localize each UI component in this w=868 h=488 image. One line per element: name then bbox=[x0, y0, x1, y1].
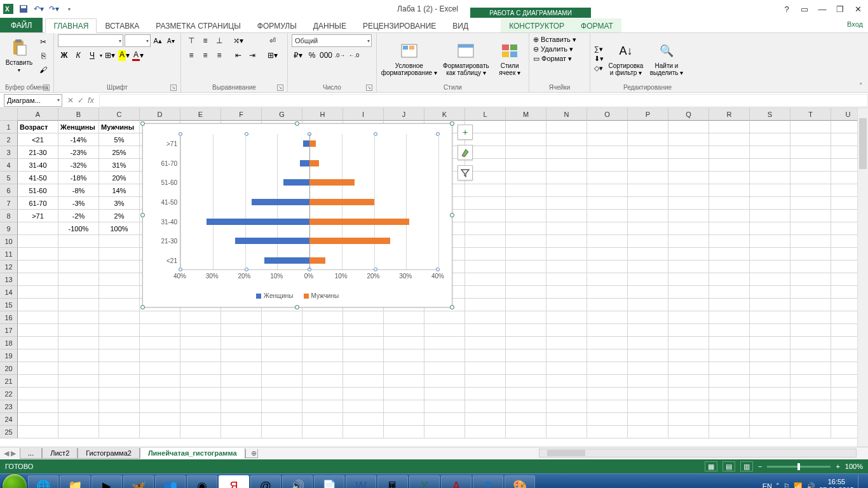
task-sound-icon[interactable]: 🔊 bbox=[282, 475, 313, 488]
cell[interactable] bbox=[546, 235, 587, 248]
find-select-button[interactable]: 🔍 Найти и выделить ▾ bbox=[648, 37, 685, 79]
cell[interactable] bbox=[465, 388, 506, 400]
cell[interactable] bbox=[668, 311, 709, 324]
cell[interactable] bbox=[302, 337, 343, 349]
cell[interactable] bbox=[628, 388, 668, 400]
row-header[interactable]: 22 bbox=[0, 388, 18, 400]
cell[interactable] bbox=[384, 413, 424, 426]
row-header[interactable]: 3 bbox=[0, 146, 18, 159]
plot-handle[interactable] bbox=[436, 268, 440, 271]
cell[interactable] bbox=[384, 426, 424, 438]
cell[interactable] bbox=[587, 311, 628, 324]
cell-styles-button[interactable]: Стили ячеек ▾ bbox=[494, 37, 525, 79]
cell[interactable] bbox=[750, 286, 790, 299]
redo-icon[interactable]: ↷▾ bbox=[48, 3, 60, 15]
cell[interactable] bbox=[262, 324, 302, 337]
cell[interactable] bbox=[750, 210, 790, 222]
cell[interactable] bbox=[628, 184, 668, 197]
cut-icon[interactable]: ✂ bbox=[37, 36, 50, 48]
cell[interactable] bbox=[302, 324, 343, 337]
cell[interactable] bbox=[465, 413, 506, 426]
resize-handle[interactable] bbox=[140, 121, 145, 126]
cell[interactable] bbox=[628, 222, 668, 235]
task-yandex-icon[interactable]: Я bbox=[219, 475, 249, 488]
cell[interactable] bbox=[709, 146, 750, 159]
cell[interactable] bbox=[587, 159, 628, 172]
cell[interactable] bbox=[140, 362, 180, 375]
bar-female[interactable] bbox=[300, 160, 309, 166]
cell[interactable]: -2% bbox=[58, 210, 99, 222]
cell[interactable] bbox=[506, 375, 546, 388]
cell[interactable] bbox=[628, 146, 668, 159]
cell[interactable] bbox=[221, 388, 262, 400]
tab-data[interactable]: ДАННЫЕ bbox=[305, 18, 355, 32]
cell[interactable] bbox=[546, 197, 587, 210]
cell[interactable] bbox=[587, 375, 628, 388]
cell[interactable] bbox=[546, 426, 587, 438]
format-as-table-button[interactable]: Форматировать как таблицу ▾ bbox=[440, 37, 492, 79]
cell[interactable] bbox=[587, 426, 628, 438]
cell[interactable] bbox=[180, 426, 221, 438]
row-header[interactable]: 15 bbox=[0, 299, 18, 311]
cell[interactable] bbox=[58, 324, 99, 337]
cell[interactable] bbox=[18, 337, 58, 349]
autosum-icon[interactable]: ∑▾ bbox=[594, 45, 604, 53]
cell[interactable] bbox=[628, 413, 668, 426]
cell[interactable] bbox=[790, 362, 831, 375]
cell[interactable] bbox=[506, 299, 546, 311]
cell[interactable] bbox=[750, 375, 790, 388]
cell[interactable]: Возраст bbox=[18, 121, 58, 133]
cell[interactable] bbox=[140, 337, 180, 349]
cell[interactable] bbox=[790, 337, 831, 349]
underline-button[interactable]: Ч bbox=[86, 49, 98, 62]
cell[interactable] bbox=[180, 375, 221, 388]
tray-up-icon[interactable]: ˄ bbox=[776, 482, 780, 489]
cell[interactable]: -8% bbox=[58, 184, 99, 197]
resize-handle[interactable] bbox=[140, 213, 145, 217]
cell[interactable] bbox=[587, 184, 628, 197]
cell[interactable] bbox=[180, 337, 221, 349]
cell[interactable] bbox=[465, 400, 506, 413]
row-header[interactable]: 16 bbox=[0, 311, 18, 324]
cell[interactable] bbox=[58, 248, 99, 261]
cell[interactable] bbox=[140, 349, 180, 362]
row-header[interactable]: 21 bbox=[0, 375, 18, 388]
cell[interactable] bbox=[99, 311, 140, 324]
cell[interactable] bbox=[709, 400, 750, 413]
cell[interactable]: 14% bbox=[99, 184, 140, 197]
cell[interactable] bbox=[628, 400, 668, 413]
cell[interactable] bbox=[668, 159, 709, 172]
save-icon[interactable] bbox=[18, 3, 29, 15]
cell[interactable] bbox=[262, 375, 302, 388]
cell[interactable] bbox=[587, 362, 628, 375]
cell[interactable] bbox=[628, 159, 668, 172]
cell[interactable] bbox=[546, 349, 587, 362]
task-app3-icon[interactable]: 📄 bbox=[314, 475, 344, 488]
cell[interactable] bbox=[790, 324, 831, 337]
cell[interactable]: 41-50 bbox=[18, 172, 58, 184]
close-button[interactable]: ✕ bbox=[851, 3, 864, 15]
cell[interactable] bbox=[465, 375, 506, 388]
cell[interactable] bbox=[709, 222, 750, 235]
cell[interactable] bbox=[668, 146, 709, 159]
task-app1-icon[interactable]: 🦋 bbox=[123, 475, 154, 488]
fill-color-icon[interactable]: A▾ bbox=[118, 49, 130, 62]
cell[interactable] bbox=[99, 286, 140, 299]
font-size-combo[interactable] bbox=[125, 34, 150, 47]
row-header[interactable]: 14 bbox=[0, 286, 18, 299]
col-header[interactable]: G bbox=[262, 108, 302, 121]
col-header[interactable]: T bbox=[790, 108, 831, 121]
cell[interactable] bbox=[18, 362, 58, 375]
cell[interactable] bbox=[343, 426, 384, 438]
cell[interactable] bbox=[668, 261, 709, 273]
cell[interactable] bbox=[709, 197, 750, 210]
row-header[interactable]: 17 bbox=[0, 324, 18, 337]
copy-icon[interactable]: ⎘ bbox=[37, 50, 50, 62]
cell[interactable] bbox=[221, 426, 262, 438]
cell[interactable] bbox=[628, 273, 668, 286]
cell[interactable] bbox=[546, 261, 587, 273]
cell[interactable] bbox=[546, 248, 587, 261]
cell[interactable] bbox=[58, 375, 99, 388]
row-header[interactable]: 20 bbox=[0, 362, 18, 375]
cell[interactable] bbox=[546, 400, 587, 413]
